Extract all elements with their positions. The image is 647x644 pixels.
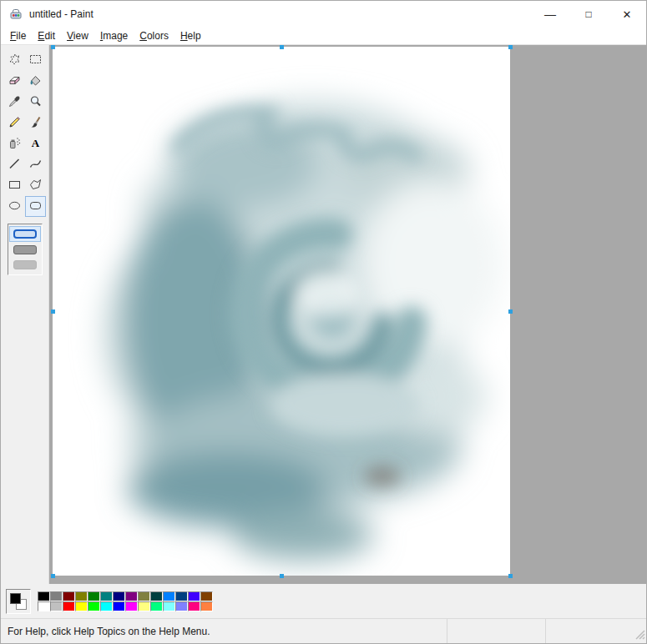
tool-polygon[interactable] bbox=[25, 175, 46, 196]
status-pane-2 bbox=[447, 619, 546, 643]
polygon-icon bbox=[28, 178, 43, 194]
palette-color-r1-c13[interactable] bbox=[188, 591, 200, 601]
tool-magnifier[interactable] bbox=[25, 92, 46, 113]
menu-colors[interactable]: Colors bbox=[134, 28, 174, 44]
canvas-artwork bbox=[53, 47, 510, 576]
tool-brush[interactable] bbox=[25, 113, 46, 133]
filled-style-swatch bbox=[13, 260, 37, 269]
palette-color-r2-c6[interactable] bbox=[100, 601, 113, 611]
palette-color-r1-c8[interactable] bbox=[125, 591, 138, 601]
color-palette bbox=[38, 591, 213, 611]
option-filled[interactable] bbox=[10, 258, 40, 272]
tool-fill-with-color[interactable] bbox=[25, 71, 46, 92]
menu-image[interactable]: Image bbox=[94, 28, 134, 44]
palette-color-r1-c9[interactable] bbox=[138, 591, 150, 601]
outline-filled-style-swatch bbox=[13, 245, 37, 254]
tool-free-form-select[interactable] bbox=[4, 50, 25, 71]
rounded-rectangle-icon bbox=[28, 199, 43, 215]
tool-ellipse[interactable] bbox=[4, 196, 25, 217]
canvas-resize-handle-n[interactable] bbox=[280, 45, 284, 49]
palette-color-r1-c3[interactable] bbox=[63, 591, 75, 601]
palette-color-r2-c3[interactable] bbox=[63, 601, 75, 611]
palette-color-r1-c12[interactable] bbox=[175, 591, 188, 601]
window-title: untitled - Paint bbox=[29, 8, 94, 20]
canvas[interactable] bbox=[53, 47, 510, 576]
outline-style-swatch bbox=[13, 229, 37, 239]
palette-color-r2-c12[interactable] bbox=[175, 601, 188, 611]
palette-color-r1-c4[interactable] bbox=[75, 591, 88, 601]
palette-color-r2-c14[interactable] bbox=[200, 601, 213, 611]
menu-help[interactable]: Help bbox=[174, 28, 207, 44]
color-indicator bbox=[6, 589, 31, 614]
palette-row-2 bbox=[38, 601, 213, 611]
curve-icon bbox=[28, 157, 43, 174]
fill-bucket-icon bbox=[28, 73, 43, 90]
maximize-button[interactable]: □ bbox=[569, 1, 608, 28]
titlebar: untitled - Paint — □ ✕ bbox=[1, 1, 646, 28]
menu-file[interactable]: File bbox=[4, 28, 32, 44]
palette-color-r1-c10[interactable] bbox=[150, 591, 163, 601]
tool-airbrush[interactable] bbox=[4, 133, 25, 154]
canvas-resize-handle-sw[interactable] bbox=[51, 574, 55, 578]
ellipse-icon bbox=[8, 199, 22, 215]
palette-color-r1-c5[interactable] bbox=[88, 591, 100, 601]
option-outline[interactable] bbox=[10, 227, 40, 241]
tool-select[interactable] bbox=[25, 50, 46, 71]
pencil-icon bbox=[8, 115, 22, 132]
tool-text[interactable]: A bbox=[25, 133, 46, 154]
line-icon bbox=[8, 157, 22, 174]
palette-color-r1-c11[interactable] bbox=[163, 591, 175, 601]
tool-rectangle[interactable] bbox=[4, 175, 25, 196]
minimize-button[interactable]: — bbox=[531, 1, 569, 28]
eraser-icon bbox=[8, 73, 22, 90]
menu-view[interactable]: View bbox=[61, 28, 94, 44]
tool-panel: A bbox=[1, 45, 49, 584]
eyedropper-icon bbox=[8, 94, 22, 111]
palette-color-r2-c7[interactable] bbox=[113, 601, 125, 611]
tool-pick-color[interactable] bbox=[4, 92, 25, 113]
canvas-resize-handle-w[interactable] bbox=[51, 309, 55, 314]
palette-color-r2-c5[interactable] bbox=[88, 601, 100, 611]
palette-color-r2-c8[interactable] bbox=[125, 601, 138, 611]
airbrush-icon bbox=[8, 136, 22, 153]
rectangle-icon bbox=[8, 178, 22, 194]
palette-color-r1-c7[interactable] bbox=[113, 591, 125, 601]
menu-edit[interactable]: Edit bbox=[32, 28, 61, 44]
palette-color-r2-c1[interactable] bbox=[38, 601, 50, 611]
resize-grip[interactable] bbox=[634, 629, 645, 642]
canvas-resize-handle-ne[interactable] bbox=[508, 45, 513, 49]
palette-color-r2-c9[interactable] bbox=[138, 601, 150, 611]
paint-app-icon bbox=[9, 8, 23, 21]
option-outline-filled[interactable] bbox=[10, 243, 40, 257]
palette-color-r2-c4[interactable] bbox=[75, 601, 88, 611]
canvas-resize-handle-s[interactable] bbox=[280, 574, 284, 578]
tool-grid: A bbox=[1, 50, 48, 217]
tool-curve[interactable] bbox=[25, 154, 46, 175]
palette-color-r2-c2[interactable] bbox=[50, 601, 63, 611]
status-help-text: For Help, click Help Topics on the Help … bbox=[1, 619, 447, 643]
tool-pencil[interactable] bbox=[4, 113, 25, 133]
close-button[interactable]: ✕ bbox=[608, 1, 646, 28]
canvas-resize-handle-nw[interactable] bbox=[51, 45, 55, 49]
palette-color-r2-c10[interactable] bbox=[150, 601, 163, 611]
palette-color-r2-c11[interactable] bbox=[163, 601, 175, 611]
brush-icon bbox=[28, 115, 43, 132]
workspace bbox=[49, 45, 646, 584]
tool-line[interactable] bbox=[4, 154, 25, 175]
palette-color-r1-c6[interactable] bbox=[100, 591, 113, 601]
svg-text:A: A bbox=[31, 137, 39, 149]
status-pane-3 bbox=[546, 619, 646, 643]
canvas-resize-handle-se[interactable] bbox=[508, 574, 513, 578]
magnifier-icon bbox=[28, 94, 43, 111]
select-icon bbox=[28, 53, 43, 69]
palette-color-r1-c1[interactable] bbox=[38, 591, 50, 601]
canvas-resize-handle-e[interactable] bbox=[508, 309, 513, 314]
text-icon: A bbox=[28, 136, 43, 153]
palette-color-r1-c14[interactable] bbox=[200, 591, 213, 601]
tool-rounded-rectangle[interactable] bbox=[25, 196, 46, 217]
tool-eraser[interactable] bbox=[4, 71, 25, 92]
palette-color-r2-c13[interactable] bbox=[188, 601, 200, 611]
tool-options-box bbox=[8, 224, 43, 275]
palette-row-1 bbox=[38, 591, 213, 601]
palette-color-r1-c2[interactable] bbox=[50, 591, 63, 601]
